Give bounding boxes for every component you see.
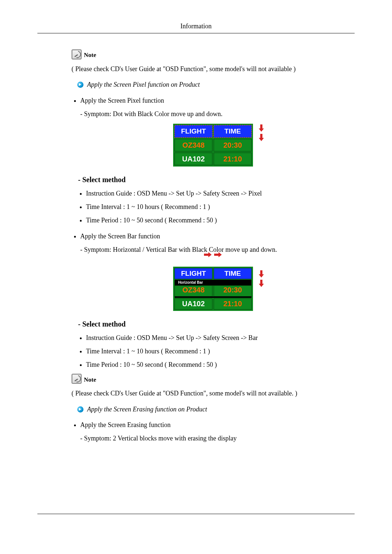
list-item: Time Period : 10 ~ 50 second ( Recommend… (86, 358, 355, 372)
section-heading-erasing: Apply the Screen Erasing function on Pro… (77, 405, 355, 414)
bullet-list: Apply the Screen Bar function (72, 230, 355, 243)
svg-text:UA102: UA102 (182, 300, 205, 308)
svg-text:OZ348: OZ348 (182, 286, 204, 294)
svg-rect-19 (175, 296, 252, 298)
right-arrows-icon (204, 252, 222, 257)
heading-text: Apply the Screen Pixel function on Produ… (87, 80, 200, 89)
note-text: ( Please check CD's User Guide at "OSD F… (72, 65, 355, 74)
list-item: Instruction Guide : OSD Menu -> Set Up -… (86, 331, 355, 345)
illustration-pixel: FLIGHT TIME OZ348 20:30 UA102 21:10 (72, 124, 355, 167)
board-col1: FLIGHT (181, 127, 206, 135)
select-method-heading: - Select method (78, 175, 355, 185)
list-item: Time Interval : 1 ~ 10 hours ( Recommend… (86, 200, 355, 214)
note-label: Note (84, 376, 96, 384)
list-item: Time Period : 10 ~ 50 second ( Recommend… (86, 214, 355, 227)
svg-text:21:10: 21:10 (223, 300, 242, 308)
symptom-text: - Symptom: Dot with Black Color move up … (80, 110, 355, 119)
board-r1c2: 20:30 (223, 141, 242, 149)
illustration-bar: FLIGHT TIME Horizontal Bar OZ348 20:30 U (72, 259, 355, 311)
content: Note ( Please check CD's User Guide at "… (37, 49, 355, 443)
arrow-right-icon (77, 82, 83, 88)
svg-text:20:30: 20:30 (223, 286, 242, 294)
note-text: ( Please check CD's User Guide at "OSD F… (72, 389, 355, 398)
list-item: Apply the Screen Pixel function (80, 94, 355, 107)
list-item: Time Interval : 1 ~ 10 hours ( Recommend… (86, 345, 355, 358)
method-list: Instruction Guide : OSD Menu -> Set Up -… (72, 331, 355, 372)
arrow-right-icon (77, 406, 83, 413)
section-heading-pixel: Apply the Screen Pixel function on Produ… (77, 80, 355, 89)
note-icon (72, 374, 82, 384)
note-label: Note (84, 51, 96, 59)
board-r2c1: UA102 (182, 155, 205, 163)
list-item: Apply the Screen Erasing function (80, 418, 355, 432)
note-block: Note (72, 49, 355, 59)
method-list: Instruction Guide : OSD Menu -> Set Up -… (72, 187, 355, 227)
footer-rule (37, 514, 355, 514)
page: Information Note ( Please check CD's Use… (0, 0, 392, 554)
list-item: Apply the Screen Bar function (80, 230, 355, 243)
board-r2c2: 21:10 (223, 155, 242, 163)
horizontal-bar-label: Horizontal Bar (178, 280, 203, 284)
board-col2: TIME (224, 127, 241, 135)
note-block: Note (72, 374, 355, 384)
note-icon (72, 49, 82, 59)
list-item: Instruction Guide : OSD Menu -> Set Up -… (86, 187, 355, 200)
heading-text: Apply the Screen Erasing function on Pro… (87, 405, 207, 414)
bullet-list: Apply the Screen Pixel function (72, 94, 355, 107)
svg-text:FLIGHT: FLIGHT (181, 270, 206, 277)
down-arrows-icon (259, 270, 264, 287)
board-r1c1: OZ348 (182, 141, 204, 149)
page-header: Information (37, 22, 355, 33)
bullet-list: Apply the Screen Erasing function (72, 418, 355, 432)
symptom-text: - Symptom: 2 Vertical blocks move with e… (80, 434, 355, 443)
select-method-heading: - Select method (78, 319, 355, 329)
down-arrows-icon (259, 124, 264, 141)
svg-text:TIME: TIME (224, 270, 241, 277)
